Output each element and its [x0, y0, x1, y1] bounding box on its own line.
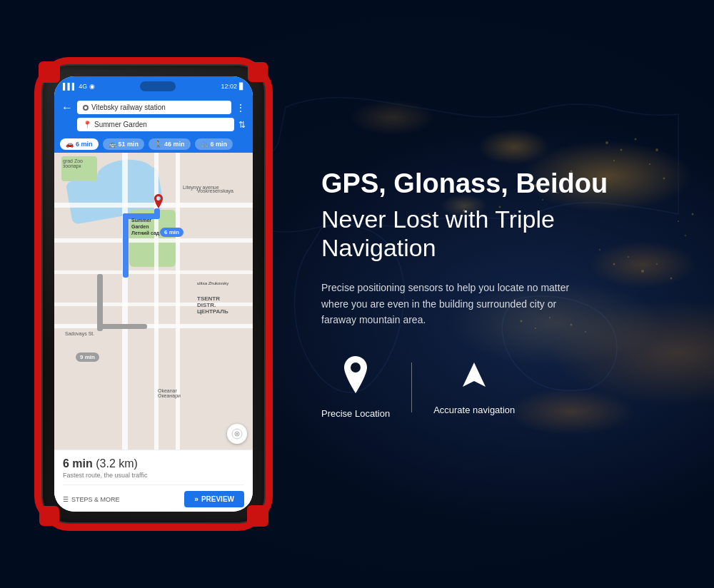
right-content: GPS, Glonass, Beidou Never Lost with Tri…: [307, 169, 671, 420]
label-summer-garden: SummerGardenЛетний сад: [131, 217, 159, 236]
svg-point-34: [236, 433, 238, 435]
nav-row-destination: 📍 Summer Garden ⇅: [61, 118, 246, 131]
bottom-actions: ☰ STEPS & MORE » PREVIEW: [63, 485, 244, 507]
bottom-time-distance: 6 min (3.2 km): [63, 457, 244, 470]
car-time: 6 min: [76, 141, 93, 148]
bike-time: 6 min: [211, 141, 228, 148]
notch: [140, 81, 176, 91]
tab-walk[interactable]: 🚶 46 min: [149, 138, 191, 150]
more-options-button[interactable]: ⋮: [236, 102, 246, 113]
preview-button[interactable]: » PREVIEW: [184, 491, 244, 507]
phone-screen: ▌▌▌ 4G ◉ 12:02 ▊ ←: [54, 76, 253, 512]
destination-input[interactable]: 📍 Summer Garden: [77, 118, 234, 131]
features-row: Precise Location Accurate navigation: [321, 356, 671, 419]
status-left: ▌▌▌ 4G ◉: [63, 83, 95, 90]
heading-light: Never Lost with Triple Navigation: [321, 205, 671, 263]
walk-time: 46 min: [164, 141, 185, 148]
navigation-arrow-icon: [458, 360, 490, 397]
origin-circle-icon: [83, 105, 89, 111]
route-note: Fastest route, the usual traffic: [63, 472, 244, 479]
time-bubble-9min: 9 min: [76, 353, 99, 362]
label-liteynyy: Liteynyy avenue: [183, 185, 219, 190]
route-gray-2: [97, 324, 147, 329]
phone-corner-tr: [248, 62, 268, 82]
label-zoo: grad Zooзоопарк: [63, 158, 83, 168]
tab-bike[interactable]: 🚲 6 min: [195, 138, 233, 150]
gps-indicator: ◉: [89, 83, 95, 90]
steps-button[interactable]: ☰ STEPS & MORE: [63, 496, 120, 503]
destination-text: Summer Garden: [94, 121, 147, 128]
swap-button[interactable]: ⇅: [238, 120, 246, 130]
status-bar: ▌▌▌ 4G ◉ 12:02 ▊: [54, 76, 253, 96]
phone-corner-bl: [39, 506, 59, 526]
bike-icon: 🚲: [201, 141, 208, 148]
road-horizontal-2: [54, 238, 253, 243]
phone-outer: ▌▌▌ 4G ◉ 12:02 ▊ ←: [43, 66, 264, 522]
bus-time: 51 min: [119, 141, 139, 148]
preview-label: PREVIEW: [201, 495, 234, 503]
destination-marker: [153, 194, 164, 208]
route-segment-1: [123, 213, 129, 278]
back-button[interactable]: ←: [61, 101, 73, 114]
compass-button[interactable]: [227, 424, 247, 444]
clock: 12:02: [221, 83, 237, 90]
navigation-label: Accurate navigation: [433, 405, 515, 415]
time-bubble-6min: 6 min: [160, 228, 183, 237]
heading-bold: GPS, Glonass, Beidou: [321, 169, 671, 199]
eta-distance: (3.2 km): [96, 457, 138, 470]
maps-navigation: ← Vitebsky railway station ⋮ 📍 Summer Ga…: [54, 96, 253, 136]
location-pin-icon: [340, 356, 371, 401]
bottom-panel: 6 min (3.2 km) Fastest route, the usual …: [54, 450, 253, 512]
heading-light-line2: Navigation: [321, 234, 436, 261]
eta-time: 6 min: [63, 457, 93, 470]
road-horizontal-5: [54, 324, 253, 328]
bus-icon: 🚌: [109, 141, 116, 148]
road-horizontal-3: [54, 270, 253, 274]
phone-corner-br: [248, 506, 268, 526]
origin-input[interactable]: Vitebsky railway station: [77, 101, 231, 114]
map-view[interactable]: grad Zooзоопарк SummerGardenЛетний сад V…: [54, 153, 253, 450]
feature-navigation: Accurate navigation: [412, 360, 536, 415]
car-icon: 🚗: [66, 141, 74, 148]
tab-car[interactable]: 🚗 6 min: [60, 138, 99, 150]
network-type: 4G: [79, 83, 87, 90]
label-okeanar: OkeanarОкеанари: [158, 388, 181, 398]
menu-icon: ☰: [63, 496, 69, 503]
location-label: Precise Location: [321, 408, 390, 419]
route-gray-1: [97, 274, 103, 331]
description-text: Precise positioning sensors to help you …: [321, 280, 593, 328]
chevron-right-icon: »: [194, 495, 198, 503]
heading-light-line1: Never Lost with Triple: [321, 206, 555, 233]
label-zhukovs: ulitsa Zhukovsky: [197, 281, 228, 285]
svg-point-35: [351, 363, 361, 372]
road-vertical-1: [122, 153, 128, 450]
feature-location: Precise Location: [321, 356, 411, 419]
road-vertical-3: [176, 153, 180, 450]
transport-tabs: 🚗 6 min 🚌 51 min 🚶 46 min 🚲 6 min: [54, 136, 253, 153]
nav-row-origin: ← Vitebsky railway station ⋮: [61, 101, 246, 114]
label-sadovays: Sadovays St.: [65, 331, 94, 336]
phone-corner-tl: [39, 62, 59, 82]
steps-label: STEPS & MORE: [71, 496, 120, 503]
phone-wrapper: ▌▌▌ 4G ◉ 12:02 ▊ ←: [43, 66, 264, 522]
status-right: 12:02 ▊: [221, 83, 244, 90]
signal-bars: ▌▌▌: [63, 83, 76, 90]
battery-icon: ▊: [239, 83, 244, 90]
tab-bus[interactable]: 🚌 51 min: [103, 138, 145, 150]
destination-pin-icon: 📍: [83, 121, 91, 128]
origin-text: Vitebsky railway station: [91, 103, 166, 111]
main-container: ▌▌▌ 4G ◉ 12:02 ▊ ←: [0, 0, 714, 588]
label-tsentr: TSENTRDISTR.ЦЕНТРАЛЬ: [197, 295, 228, 315]
walk-icon: 🚶: [154, 141, 162, 148]
